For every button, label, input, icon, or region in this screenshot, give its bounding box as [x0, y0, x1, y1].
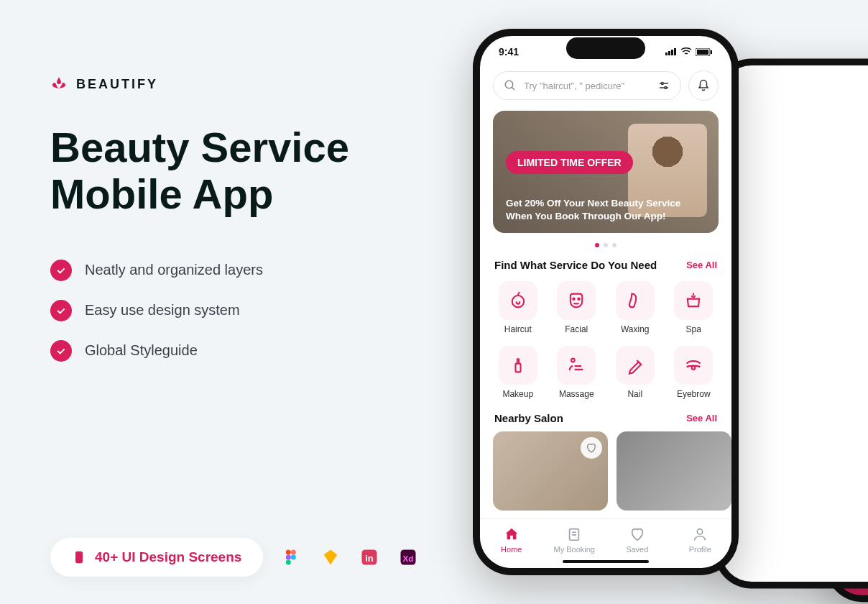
svg-point-3 [286, 555, 291, 560]
svg-rect-22 [668, 51, 670, 55]
price-label: $ 85 [721, 284, 868, 313]
screens-badge: 40+ UI Design Screens [50, 538, 263, 577]
service-makeup[interactable]: Makeup [490, 343, 546, 402]
figma-icon [282, 547, 302, 567]
badge-row: 40+ UI Design Screens in Xd [50, 538, 418, 577]
signal-icon [665, 48, 677, 55]
service-massage[interactable]: Massage [549, 343, 605, 402]
section-title: Find What Service Do You Need [494, 259, 657, 271]
search-placeholder: Try "haircut", " pedicure" [524, 81, 624, 91]
svg-point-32 [573, 298, 575, 300]
svg-point-1 [286, 550, 291, 555]
flower-icon [50, 76, 68, 93]
status-icons [665, 47, 713, 56]
heart-outline-icon[interactable] [581, 437, 602, 459]
section-title: Nearby Salon [494, 412, 563, 424]
sketch-icon [320, 547, 341, 567]
invision-icon: in [359, 547, 379, 567]
svg-rect-27 [711, 50, 712, 54]
search-input[interactable]: Try "haircut", " pedicure" [493, 71, 681, 100]
page-headline: Beauty Service Mobile App [50, 124, 424, 218]
svg-rect-0 [75, 552, 83, 564]
price-label: $ 100 [721, 368, 868, 397]
svg-point-2 [291, 550, 296, 555]
service-nail[interactable]: Nail [607, 343, 663, 402]
filter-icon[interactable] [657, 79, 670, 92]
feature-item: Easy use design system [50, 300, 424, 321]
brand-logo: BEAUTIFY [50, 76, 424, 93]
desc-text: advanc [721, 472, 868, 492]
hero-text: Get 20% Off Your Next Beauty Service Whe… [506, 197, 706, 223]
svg-rect-26 [697, 50, 708, 55]
waxing-icon [616, 281, 655, 320]
service-haircut[interactable]: Haircut [490, 278, 546, 337]
svg-point-29 [661, 83, 663, 85]
service-spa[interactable]: Spa [666, 278, 722, 337]
feature-list: Neatly and organized layers Easy use des… [50, 260, 424, 362]
feature-item: Neatly and organized layers [50, 260, 424, 281]
svg-point-31 [512, 296, 524, 307]
hero-badge: LIMITED TIME OFFER [506, 151, 633, 174]
desc-text: t is tailored to [721, 312, 868, 331]
search-icon [504, 79, 517, 92]
desc-text: your a [721, 452, 868, 472]
service-facial[interactable]: Facial [549, 278, 605, 337]
screens-badge-text: 40+ UI Design Screens [95, 549, 241, 565]
haircut-icon [499, 281, 537, 320]
massage-icon [557, 346, 596, 385]
hero-banner[interactable]: LIMITED TIME OFFER Get 20% Off Your Next… [493, 111, 719, 233]
svg-point-30 [665, 87, 667, 89]
svg-point-35 [571, 359, 575, 362]
service-eyebrow[interactable]: Eyebrow [666, 343, 722, 402]
see-all-link[interactable]: See All [686, 413, 717, 424]
battery-icon [696, 48, 713, 56]
notification-button[interactable] [688, 70, 719, 101]
feature-item: Global Styleguide [50, 340, 424, 362]
wifi-icon [680, 47, 692, 56]
facial-icon [557, 281, 596, 320]
svg-rect-23 [671, 50, 673, 55]
spa-icon [674, 281, 713, 320]
svg-point-28 [505, 81, 513, 88]
nail-icon [616, 346, 655, 385]
svg-point-4 [291, 555, 296, 560]
svg-rect-21 [665, 52, 668, 55]
dot[interactable] [612, 243, 617, 247]
svg-text:in: in [366, 553, 374, 564]
svg-point-5 [286, 560, 291, 565]
svg-point-36 [692, 366, 696, 370]
dot-active[interactable] [595, 243, 599, 247]
status-time: 9:41 [499, 46, 519, 58]
home-indicator [563, 560, 649, 563]
feature-text: Global Styleguide [85, 342, 198, 359]
check-icon [50, 300, 72, 321]
phone-mockup-front: 9:41 Try "haircut", " pedicure" LIMI [473, 29, 739, 575]
nav-booking[interactable]: My Booking [543, 526, 606, 554]
feature-text: Easy use design system [85, 302, 240, 319]
svg-rect-34 [515, 364, 520, 372]
xd-icon: Xd [398, 547, 418, 567]
check-icon [50, 260, 72, 281]
salon-card[interactable] [617, 431, 731, 511]
feature-text: Neatly and organized layers [85, 262, 263, 278]
service-waxing[interactable]: Waxing [607, 278, 663, 337]
check-icon [50, 340, 72, 362]
svg-rect-24 [674, 48, 676, 55]
svg-point-33 [578, 298, 580, 300]
phone-notch [566, 37, 645, 59]
svg-point-38 [698, 529, 703, 534]
nav-saved[interactable]: Saved [606, 526, 669, 554]
nav-profile[interactable]: Profile [669, 526, 732, 554]
nav-home[interactable]: Home [480, 526, 543, 554]
eyebrow-icon [674, 346, 713, 385]
brand-name: BEAUTIFY [76, 77, 158, 92]
dot[interactable] [604, 243, 608, 247]
svg-text:Xd: Xd [403, 554, 414, 563]
salon-card[interactable] [493, 431, 608, 511]
makeup-icon [499, 346, 537, 385]
see-all-link[interactable]: See All [686, 260, 717, 270]
carousel-dots [480, 243, 731, 247]
phone-icon [72, 550, 86, 564]
desc-text: reates a natural [721, 397, 868, 416]
